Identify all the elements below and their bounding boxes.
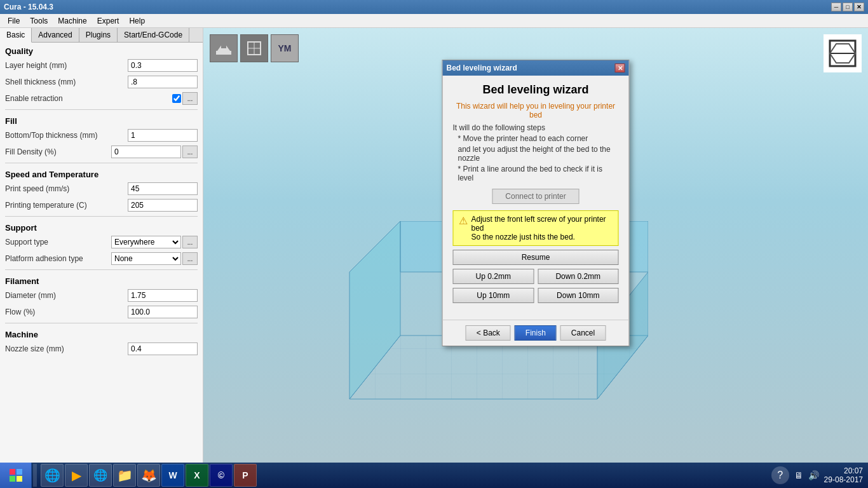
up-10-button[interactable]: Up 10mm	[453, 288, 534, 303]
bed-leveling-dialog: Bed leveling wizard ✕ Bed leveling wizar…	[442, 60, 630, 346]
clock-time: 20:07	[824, 466, 863, 475]
taskbar-volume-icon[interactable]: 🔊	[808, 470, 819, 480]
down-02-button[interactable]: Down 0.2mm	[538, 269, 619, 284]
taskbar-word[interactable]: W	[161, 464, 184, 487]
printing-temp-row: Printing temperature (C)	[0, 197, 203, 214]
viewport: YM	[203, 28, 868, 463]
enable-retraction-checkbox[interactable]	[172, 94, 181, 103]
system-clock: 20:07 29-08-2017	[824, 466, 863, 484]
fill-density-input[interactable]	[111, 146, 181, 158]
connect-to-printer-button[interactable]: Connect to printer	[492, 189, 579, 204]
layer-height-input[interactable]	[128, 59, 198, 72]
taskbar-powerpoint[interactable]: P	[234, 464, 257, 487]
resume-row: Resume	[453, 250, 619, 265]
menu-machine[interactable]: Machine	[53, 15, 92, 27]
svg-rect-18	[17, 476, 22, 482]
taskbar-cisco[interactable]: ©	[210, 464, 233, 487]
tab-advanced[interactable]: Advanced	[32, 28, 79, 42]
tab-start-end-gcode[interactable]: Start/End-GCode	[118, 28, 189, 42]
warning-line2: So the nozzle just hits the bed.	[471, 233, 613, 241]
taskbar-apps: 🌐 ▶ 🌐 📁 🦊 W X © P	[38, 464, 766, 487]
cancel-button[interactable]: Cancel	[560, 325, 606, 341]
menu-expert[interactable]: Expert	[92, 15, 125, 27]
nozzle-size-label: Nozzle size (mm)	[5, 344, 128, 353]
taskbar-media[interactable]: ▶	[65, 464, 88, 487]
dialog-subtitle: This wizard will help you in leveling yo…	[453, 102, 619, 119]
print-speed-label: Print speed (mm/s)	[5, 184, 128, 193]
platform-adhesion-settings-button[interactable]: ...	[182, 252, 198, 265]
dialog-close-button[interactable]: ✕	[615, 64, 625, 72]
platform-adhesion-select[interactable]: None Brim Raft	[111, 252, 181, 265]
dialog-step1: * Move the printer head to each corner	[453, 134, 619, 143]
taskbar-ie[interactable]: 🌐	[41, 464, 64, 487]
bottom-top-row: Bottom/Top thickness (mm)	[0, 127, 203, 144]
down-10-button[interactable]: Down 10mm	[538, 288, 619, 303]
svg-rect-15	[10, 469, 15, 475]
diameter-row: Diameter (mm)	[0, 287, 203, 304]
enable-retraction-row: Enable retraction ...	[0, 90, 203, 107]
menu-file[interactable]: File	[3, 15, 25, 27]
flow-label: Flow (%)	[5, 308, 128, 316]
fill-density-label: Fill Density (%)	[5, 147, 111, 156]
rotate-button[interactable]: YM	[271, 34, 299, 62]
dialog-body: Bed leveling wizard This wizard will hel…	[443, 76, 629, 315]
fill-density-settings-button[interactable]: ...	[182, 146, 198, 158]
view-button[interactable]	[240, 34, 268, 62]
warning-icon: ⚠	[459, 215, 468, 227]
close-button[interactable]: ✕	[854, 3, 864, 11]
svg-rect-0	[216, 51, 231, 55]
speed-temp-header: Speed and Temperature	[0, 166, 203, 180]
cura-logo	[824, 34, 862, 72]
support-type-label: Support type	[5, 238, 111, 247]
nozzle-size-input[interactable]	[128, 342, 198, 355]
clock-date: 29-08-2017	[824, 475, 863, 484]
support-header: Support	[0, 219, 203, 234]
taskbar-network-icon: 🖥	[794, 470, 803, 480]
tab-plugins[interactable]: Plugins	[79, 28, 118, 42]
shell-thickness-input[interactable]	[128, 76, 198, 88]
warning-box: ⚠ Adjust the front left screw of your pr…	[453, 210, 619, 246]
toolbar: YM	[210, 34, 299, 62]
support-type-select[interactable]: None Everywhere Touching buildplate	[111, 236, 181, 248]
print-speed-input[interactable]	[128, 182, 198, 195]
taskbar-right: ? 🖥 🔊 20:07 29-08-2017	[766, 466, 868, 484]
warning-line1: Adjust the front left screw of your prin…	[471, 215, 613, 233]
platform-adhesion-label: Platform adhesion type	[5, 254, 111, 263]
retraction-settings-button[interactable]: ...	[182, 92, 198, 105]
taskbar-help-icon[interactable]: ?	[771, 466, 789, 484]
menubar: File Tools Machine Expert Help	[0, 14, 868, 28]
start-button[interactable]	[0, 463, 32, 488]
dialog-step2: * Print a line around the bed to check i…	[453, 165, 619, 182]
finish-button[interactable]: Finish	[515, 325, 557, 341]
dialog-steps-header: It will do the following steps	[453, 123, 619, 132]
printing-temp-input[interactable]	[128, 199, 198, 212]
minimize-button[interactable]: ─	[831, 3, 841, 11]
maximize-button[interactable]: □	[843, 3, 853, 11]
tab-basic[interactable]: Basic	[0, 28, 32, 43]
printing-temp-label: Printing temperature (C)	[5, 201, 128, 210]
bottom-top-label: Bottom/Top thickness (mm)	[5, 131, 128, 140]
taskbar-firefox[interactable]: 🦊	[137, 464, 160, 487]
bottom-top-input[interactable]	[128, 129, 198, 142]
resume-button[interactable]: Resume	[453, 250, 619, 265]
support-type-settings-button[interactable]: ...	[182, 236, 198, 248]
print-speed-row: Print speed (mm/s)	[0, 180, 203, 197]
svg-rect-2	[221, 42, 226, 48]
main-layout: Basic Advanced Plugins Start/End-GCode Q…	[0, 28, 868, 463]
menu-help[interactable]: Help	[124, 15, 150, 27]
shell-thickness-label: Shell thickness (mm)	[5, 78, 128, 86]
diameter-input[interactable]	[128, 289, 198, 302]
fill-header: Fill	[0, 112, 203, 127]
taskbar-excel[interactable]: X	[186, 464, 208, 487]
taskbar-explorer[interactable]: 📁	[113, 464, 136, 487]
load-model-button[interactable]	[210, 34, 238, 62]
support-type-wrapper: None Everywhere Touching buildplate ...	[111, 236, 198, 248]
menu-tools[interactable]: Tools	[25, 15, 53, 27]
back-button[interactable]: < Back	[466, 325, 511, 341]
machine-header: Machine	[0, 326, 203, 341]
flow-input[interactable]	[128, 306, 198, 318]
taskbar-chrome[interactable]: 🌐	[89, 464, 112, 487]
up-02-button[interactable]: Up 0.2mm	[453, 269, 534, 284]
up-down-10-row: Up 10mm Down 10mm	[453, 288, 619, 303]
shell-thickness-row: Shell thickness (mm)	[0, 74, 203, 90]
